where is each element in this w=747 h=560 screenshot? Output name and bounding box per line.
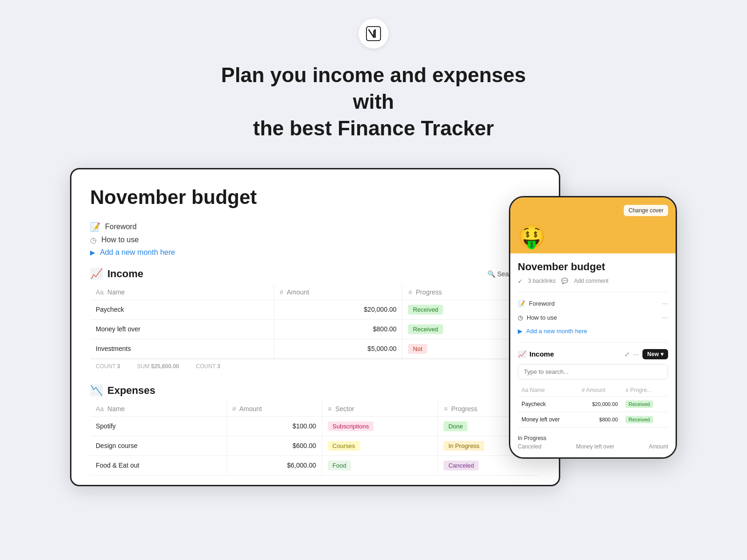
desktop-mock: November budget 📝 Foreword ◷ How to use … (70, 168, 560, 486)
backlinks-icon: ↙ (518, 278, 522, 284)
more-dots-icon[interactable]: ··· (662, 300, 668, 308)
mobile-row-2-amount: $800.00 (578, 412, 621, 427)
cover-emoji: 🤑 (518, 225, 546, 248)
expenses-row-2-name: Design course (90, 436, 226, 455)
addmonth-label: Add a new month here (100, 248, 175, 257)
income-table-footer: COUNT 3 SUM $25,800.00 COUNT 3 (90, 359, 540, 373)
hero-title: Plan you income and expenses with the be… (210, 62, 537, 142)
table-row: Paycheck $20,000.00 Received (90, 300, 540, 319)
expenses-row-3-amount: $6,000.00 (226, 455, 322, 475)
income-section-header: 📈 Income 🔍 Search ⤢ ··· (90, 268, 540, 280)
more-icon[interactable]: ··· (634, 350, 639, 358)
expenses-section-title: 📉 Expenses (90, 385, 155, 397)
clock-icon: ◷ (518, 314, 523, 321)
mobile-nav-addmonth[interactable]: ▶ Add a new month here (518, 325, 668, 337)
amount-label: Amount (649, 443, 668, 450)
notion-logo (359, 19, 388, 49)
table-row: Spotify $100.00 Subscriptions Done (90, 416, 540, 436)
mobile-col-amount: # Amount (578, 384, 621, 397)
mobile-page-title: November budget (518, 261, 668, 273)
arrow-icon: ▶ (90, 249, 95, 256)
expenses-icon: 📉 (90, 385, 103, 397)
change-cover-button[interactable]: Change cover (624, 205, 668, 216)
expenses-col-name: Aa Name (90, 401, 226, 417)
backlinks-label: 3 backlinks (528, 278, 556, 284)
mobile-row-1-name: Paycheck (518, 396, 578, 412)
mobile-backlinks: ↙ 3 backlinks 💬 Add comment (518, 278, 668, 284)
mobile-col-progress: ≡ Progre... (621, 384, 668, 397)
mobile-income-header: 📈 Income ⤢ ··· New ▾ (518, 349, 668, 359)
mobile-content: November budget ↙ 3 backlinks 💬 Add comm… (510, 253, 676, 457)
expenses-row-2-amount: $600.00 (226, 436, 322, 455)
table-row: Design course $600.00 Courses In Progres… (90, 436, 540, 455)
income-table: Aa Name # Amount ≡ Progress Paycheck $20… (90, 285, 540, 359)
income-col-amount: # Amount (274, 285, 402, 300)
mobile-income-table: Aa Name # Amount ≡ Progre... Paycheck $2… (518, 384, 668, 427)
foreword-icon: 📝 (518, 300, 525, 307)
mobile-row-2-progress: Received (621, 412, 668, 427)
table-row: Paycheck $20,000.00 Received (518, 396, 668, 412)
hero-section: Plan you income and expenses with the be… (210, 62, 537, 142)
income-section-title: 📈 Income (90, 268, 143, 280)
arrow-icon: ▶ (518, 328, 522, 335)
howtouse-label: How to use (101, 236, 139, 244)
mobile-mock: Change cover 🤑 November budget ↙ 3 backl… (509, 196, 677, 459)
mobile-nav-howtouse: ◷ How to use ··· (518, 311, 668, 325)
income-row-3-amount: $5,000.00 (274, 339, 402, 358)
foreword-label: Foreword (105, 223, 137, 231)
expenses-section-header: 📉 Expenses (90, 385, 540, 397)
income-row-2-name: Money left over (90, 319, 274, 339)
search-icon: 🔍 (487, 270, 495, 278)
logo-area (359, 19, 388, 49)
mobile-cover: Change cover 🤑 (510, 197, 676, 253)
income-row-3-name: Investments (90, 339, 274, 358)
expenses-table: Aa Name # Amount ≡ Sector ≡ Progress (90, 401, 540, 476)
expenses-row-1-sector: Subscriptions (322, 416, 438, 436)
expenses-row-1-name: Spotify (90, 416, 226, 436)
canceled-label: Canceled (518, 443, 542, 450)
expenses-row-2-sector: Courses (322, 436, 438, 455)
in-progress-label: In Progress (518, 435, 546, 441)
comment-icon: 💬 (561, 278, 568, 284)
expenses-row-3-sector: Food (322, 455, 438, 475)
expenses-row-1-amount: $100.00 (226, 416, 322, 436)
income-icon: 📈 (518, 350, 527, 358)
mobile-income-actions: ⤢ ··· New ▾ (624, 349, 668, 359)
income-col-name: Aa Name (90, 285, 274, 300)
expenses-row-3-name: Food & Eat out (90, 455, 226, 475)
add-comment-label: Add comment (574, 278, 608, 284)
table-row: Money left over $800.00 Received (518, 412, 668, 427)
desktop-page-title: November budget (90, 186, 540, 209)
foreword-icon: 📝 (90, 222, 100, 232)
clock-icon: ◷ (90, 236, 97, 245)
income-icon: 📈 (90, 268, 103, 280)
expand-icon[interactable]: ⤢ (624, 350, 630, 358)
mobile-search-input[interactable] (518, 364, 668, 379)
nav-item-howtouse: ◷ How to use (90, 236, 540, 245)
mobile-row-1-progress: Received (621, 396, 668, 412)
nav-item-addmonth[interactable]: ▶ Add a new month here (90, 248, 540, 257)
money-left-label: Money left over (576, 443, 614, 450)
nav-item-foreword: 📝 Foreword (90, 222, 540, 232)
expenses-col-sector: ≡ Sector (322, 401, 438, 417)
new-button[interactable]: New ▾ (642, 349, 668, 359)
mobile-row-2-name: Money left over (518, 412, 578, 427)
screenshots-container: November budget 📝 Foreword ◷ How to use … (70, 168, 677, 523)
mobile-row-1-amount: $20,000.00 (578, 396, 621, 412)
income-row-2-amount: $800.00 (274, 319, 402, 339)
more-dots-icon[interactable]: ··· (662, 314, 668, 322)
table-row: Money left over $800.00 Received (90, 319, 540, 339)
mobile-col-name: Aa Name (518, 384, 578, 397)
table-row: Investments $5,000.00 Not (90, 339, 540, 358)
expenses-col-amount: # Amount (226, 401, 322, 417)
table-row: Food & Eat out $6,000.00 Food Canceled (90, 455, 540, 475)
income-row-1-amount: $20,000.00 (274, 300, 402, 319)
mobile-nav-foreword: 📝 Foreword ··· (518, 297, 668, 311)
chevron-down-icon: ▾ (661, 351, 663, 357)
income-row-1-name: Paycheck (90, 300, 274, 319)
